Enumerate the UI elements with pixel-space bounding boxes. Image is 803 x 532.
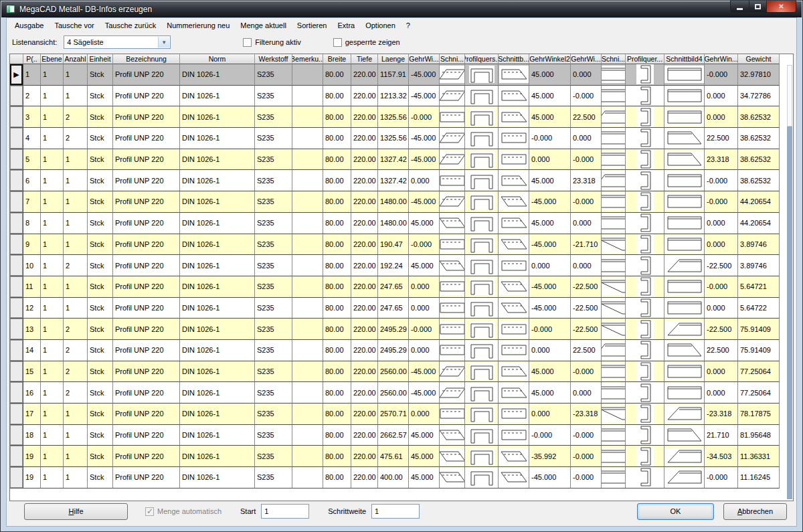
cell-gehrwinkel1[interactable]: 45.000 [409,467,440,489]
cell-pos[interactable]: 13 [23,319,41,340]
cell-gehrwinkel1[interactable]: 0.000 [409,170,440,191]
cell-gewicht[interactable]: 3.89746 [738,255,780,276]
cell-gehrwinkel2[interactable]: 45.000 [529,170,571,191]
cancel-button[interactable]: Abbrechen [723,503,787,520]
cell-schnittbild2[interactable] [499,106,529,128]
menu-item-ausgabe[interactable]: Ausgabe [9,19,49,31]
cell-gehrwinkel1[interactable]: 45.000 [409,255,440,276]
header-cell-einheit[interactable]: Einheit [88,54,113,64]
cell-schnittbild1[interactable] [440,213,465,234]
cell-gehrwinkel2[interactable]: -45.000 [529,298,571,319]
cell-profil1[interactable] [465,64,499,86]
cell-profil1[interactable] [465,213,499,234]
cell-gehrwinkel2[interactable]: 0.000 [529,255,571,276]
cell-gewicht[interactable]: 32.97810 [738,64,780,86]
cell-tiefe[interactable]: 220.00 [351,298,378,319]
cell-profil2[interactable] [626,234,664,256]
header-cell-werkstoff[interactable]: Werkstoff [255,54,292,64]
row-selector[interactable]: ▶ [10,64,23,85]
cell-tiefe[interactable]: 220.00 [351,128,378,149]
cell-schnittbild4[interactable] [664,404,705,425]
cell-gehrwinkel3[interactable]: -22.500 [571,298,602,319]
cell-pos[interactable]: 1 [23,64,41,86]
cell-bemerkung[interactable] [292,106,323,128]
cell-pos[interactable]: 4 [23,128,41,149]
cell-gehrwinkel1[interactable]: -0.000 [409,319,440,340]
cell-gewicht[interactable]: 75.91409 [738,340,780,361]
cell-ebene[interactable]: 1 [41,128,64,149]
cell-anzahl[interactable]: 1 [64,298,88,319]
header-cell-norm[interactable]: Norm [180,54,255,64]
cell-gehrwinkel2[interactable]: -0.000 [529,425,571,446]
cell-bezeichnung[interactable]: Profil UNP 220 [113,382,180,404]
cell-anzahl[interactable]: 2 [64,255,88,276]
cell-gehrwinkel3[interactable]: 22.500 [571,106,602,128]
row-selector[interactable] [10,128,23,149]
header-cell-gehrwinkel3[interactable]: GehrWi... [571,54,602,64]
cell-anzahl[interactable]: 2 [64,106,88,128]
cell-pos[interactable]: 17 [23,404,41,425]
cell-profil1[interactable] [465,149,499,171]
cell-profil1[interactable] [465,361,499,383]
maximize-button[interactable] [749,1,767,13]
cell-einheit[interactable]: Stck [88,64,113,86]
header-cell-gehrwinkel1[interactable]: GehrWi... [409,54,440,64]
cell-bezeichnung[interactable]: Profil UNP 220 [113,276,180,298]
table-row[interactable]: 511StckProfil UNP 220DIN 1026-1S23580.00… [10,149,780,171]
cell-einheit[interactable]: Stck [88,298,113,319]
cell-norm[interactable]: DIN 1026-1 [180,213,255,234]
cell-bezeichnung[interactable]: Profil UNP 220 [113,191,180,213]
cell-breite[interactable]: 80.00 [323,276,351,298]
cell-gehrwinkel3[interactable]: 0.000 [571,255,602,276]
table-row[interactable]: 1111StckProfil UNP 220DIN 1026-1S23580.0… [10,276,780,298]
cell-profil2[interactable] [626,128,664,149]
cell-schnittbild3[interactable] [602,340,626,361]
cell-tiefe[interactable]: 220.00 [351,64,378,86]
cell-breite[interactable]: 80.00 [323,191,351,213]
cell-gehrwinkel1[interactable]: -45.000 [409,64,440,86]
cell-werkstoff[interactable]: S235 [255,404,292,425]
cell-laenge[interactable]: 1480.00 [378,191,409,213]
cell-gehrwinkel3[interactable]: -22.500 [571,276,602,298]
cell-schnittbild2[interactable] [499,361,529,383]
menu-item-nummerierung-neu[interactable]: Nummerierung neu [161,19,235,31]
cell-gehrwinkel3[interactable]: -0.000 [571,425,602,446]
cell-anzahl[interactable]: 1 [64,170,88,191]
cell-einheit[interactable]: Stck [88,170,113,191]
cell-schnittbild2[interactable] [499,149,529,171]
row-selector[interactable] [10,361,23,382]
cell-laenge[interactable]: 190.47 [378,234,409,256]
start-input[interactable] [261,504,309,519]
cell-bezeichnung[interactable]: Profil UNP 220 [113,213,180,234]
cell-laenge[interactable]: 1480.00 [378,213,409,234]
cell-schnittbild4[interactable] [664,213,705,234]
cell-gehrwinkel4[interactable]: 0.000 [705,213,738,234]
cell-breite[interactable]: 80.00 [323,86,351,107]
cell-schnittbild1[interactable] [440,425,465,446]
cell-gehrwinkel1[interactable]: 0.000 [409,298,440,319]
cell-norm[interactable]: DIN 1026-1 [180,361,255,383]
cell-gewicht[interactable]: 81.95648 [738,425,780,446]
header-cell-gewicht[interactable]: Gewicht [738,54,780,64]
cell-breite[interactable]: 80.00 [323,446,351,467]
cell-anzahl[interactable]: 1 [64,191,88,213]
cell-gewicht[interactable]: 77.25064 [738,382,780,404]
table-row[interactable]: 1811StckProfil UNP 220DIN 1026-1S23580.0… [10,425,780,446]
cell-gehrwinkel4[interactable]: 22.500 [705,340,738,361]
cell-gehrwinkel3[interactable]: -0.000 [571,467,602,489]
cell-gehrwinkel4[interactable]: -0.000 [705,64,738,86]
cell-tiefe[interactable]: 220.00 [351,149,378,171]
cell-ebene[interactable]: 1 [41,340,64,361]
cell-bezeichnung[interactable]: Profil UNP 220 [113,128,180,149]
cell-gewicht[interactable]: 38.62532 [738,149,780,171]
cell-profil2[interactable] [626,446,664,467]
cell-gehrwinkel3[interactable]: 0.000 [571,213,602,234]
cell-gehrwinkel3[interactable]: 0.000 [571,382,602,404]
cell-gewicht[interactable]: 38.62532 [738,128,780,149]
cell-ebene[interactable]: 1 [41,446,64,467]
cell-einheit[interactable]: Stck [88,255,113,276]
table-row[interactable]: 1012StckProfil UNP 220DIN 1026-1S23580.0… [10,255,780,276]
cell-norm[interactable]: DIN 1026-1 [180,128,255,149]
cell-profil1[interactable] [465,170,499,191]
cell-gehrwinkel4[interactable]: 0.000 [705,234,738,256]
